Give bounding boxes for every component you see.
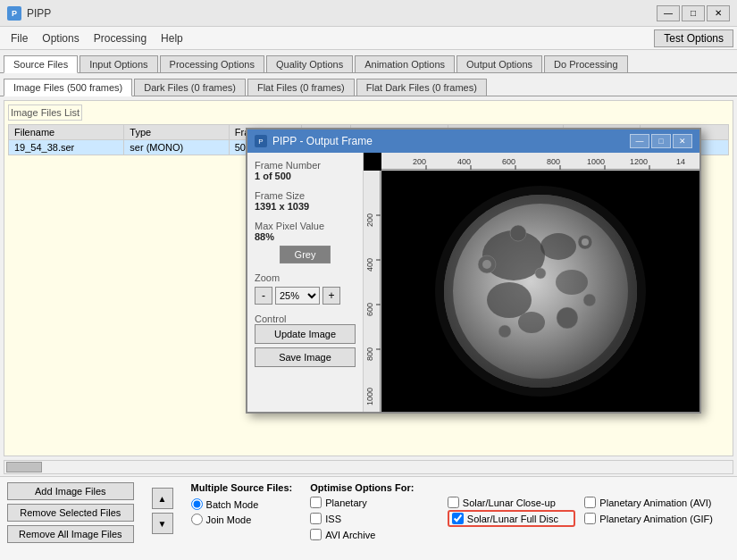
dialog-close[interactable]: ✕ [673, 134, 692, 148]
checkbox-iss-label: ISS [325, 514, 341, 524]
app-title: PIPP [27, 7, 51, 20]
test-options-button[interactable]: Test Options [654, 29, 733, 47]
cell-filename: 19_54_38.ser [9, 140, 124, 155]
title-bar: P PIPP — □ ✕ [0, 0, 737, 27]
tab-input-options[interactable]: Input Options [80, 55, 157, 72]
horizontal-scrollbar[interactable] [4, 460, 733, 474]
bottom-panel: Add Image Files Remove Selected Files Re… [0, 476, 737, 560]
dialog-title-bar: P PIPP - Output Frame — □ ✕ [247, 130, 699, 153]
control-label: Control [255, 313, 356, 324]
tab-do-processing[interactable]: Do Processing [544, 55, 628, 72]
zoom-minus-button[interactable]: - [255, 287, 272, 305]
checkbox-iss[interactable]: ISS [310, 510, 439, 527]
dialog-title: PIPP - Output Frame [272, 135, 373, 147]
checkbox-avi-archive-input[interactable] [310, 529, 322, 540]
save-image-button[interactable]: Save Image [255, 347, 356, 367]
scrollbar-thumb[interactable] [6, 462, 42, 472]
svg-text:400: 400 [457, 157, 471, 166]
svg-point-40 [444, 195, 637, 388]
image-files-list-label: Image Files List [8, 104, 82, 121]
svg-text:600: 600 [502, 157, 515, 166]
checkbox-planetary-gif[interactable]: Planetary Animation (GIF) [584, 510, 713, 527]
menu-processing[interactable]: Processing [87, 30, 154, 46]
zoom-label: Zoom [255, 272, 356, 283]
moon-image [381, 171, 699, 412]
batch-mode-input[interactable] [191, 498, 203, 510]
checkbox-solar-close-label: Solar/Lunar Close-up [463, 497, 556, 508]
dialog-image-area: 200 400 600 800 1000 1200 14 [364, 153, 699, 412]
arrow-buttons: ▲ ▼ [152, 488, 173, 534]
max-pixel-label: Max Pixel Value [255, 221, 356, 231]
checkbox-solar-full-label: Solar/Lunar Full Disc [467, 514, 558, 524]
svg-text:200: 200 [365, 213, 374, 227]
zoom-select[interactable]: 25% 50% 100% [275, 287, 320, 305]
checkbox-avi-archive-label: AVI Archive [325, 530, 375, 540]
minimize-button[interactable]: — [657, 5, 680, 21]
tab-flat-dark-files[interactable]: Flat Dark Files (0 frames) [356, 79, 487, 96]
checkbox-planetary[interactable]: Planetary [310, 497, 439, 508]
join-mode-label: Join Mode [206, 514, 252, 525]
tab-dark-files[interactable]: Dark Files (0 frames) [134, 79, 246, 96]
maximize-button[interactable]: □ [682, 5, 705, 21]
menu-options[interactable]: Options [35, 30, 86, 46]
checkbox-planetary-label: Planetary [325, 497, 366, 508]
checkbox-planetary-avi[interactable]: Planetary Animation (AVI) [584, 497, 713, 508]
checkbox-planetary-avi-label: Planetary Animation (AVI) [599, 497, 711, 508]
add-image-button[interactable]: Add Image Files [7, 482, 134, 500]
svg-text:1000: 1000 [587, 157, 605, 166]
frame-size-label: Frame Size [255, 190, 356, 201]
checkbox-planetary-avi-input[interactable] [584, 497, 596, 508]
checkbox-planetary-gif-label: Planetary Animation (GIF) [599, 514, 713, 524]
dialog-minimize[interactable]: — [630, 134, 649, 148]
tab-output-options[interactable]: Output Options [456, 55, 542, 72]
checkbox-planetary-gif-input[interactable] [584, 513, 596, 524]
dialog-icon: P [255, 135, 267, 147]
col-filename: Filename [9, 125, 124, 140]
tab-bar-1: Source Files Input Options Processing Op… [0, 50, 737, 73]
menu-bar: File Options Processing Help Test Option… [0, 27, 737, 50]
tab-source-files[interactable]: Source Files [4, 55, 78, 73]
svg-text:1000: 1000 [365, 388, 374, 405]
frame-size-value: 1391 x 1039 [255, 201, 356, 212]
close-button[interactable]: ✕ [707, 5, 730, 21]
svg-text:14: 14 [676, 157, 685, 166]
optimise-label: Optimise Options For: [310, 482, 713, 493]
tab-image-files[interactable]: Image Files (500 frames) [4, 79, 132, 96]
tab-quality-options[interactable]: Quality Options [266, 55, 353, 72]
checkbox-planetary-input[interactable] [310, 497, 322, 508]
move-down-button[interactable]: ▼ [152, 513, 173, 534]
multiple-source-label: Multiple Source Files: [191, 482, 293, 493]
checkbox-solar-close-input[interactable] [448, 497, 459, 508]
checkbox-solar-full[interactable]: Solar/Lunar Full Disc [448, 510, 576, 527]
tab-bar-2: Image Files (500 frames) Dark Files (0 f… [0, 73, 737, 96]
batch-mode-radio[interactable]: Batch Mode [191, 498, 293, 510]
max-pixel-value: 88% [255, 231, 356, 242]
tab-animation-options[interactable]: Animation Options [355, 55, 455, 72]
output-frame-dialog: P PIPP - Output Frame — □ ✕ Frame Number… [246, 128, 701, 414]
checkbox-avi-archive[interactable]: AVI Archive [310, 529, 439, 540]
svg-text:800: 800 [365, 347, 374, 361]
dialog-maximize[interactable]: □ [651, 134, 671, 148]
join-mode-radio[interactable]: Join Mode [191, 514, 293, 525]
cell-type: ser (MONO) [124, 140, 229, 155]
svg-text:200: 200 [413, 157, 426, 166]
grey-button[interactable]: Grey [280, 246, 331, 263]
app-icon: P [7, 6, 21, 21]
tab-processing-options[interactable]: Processing Options [160, 55, 264, 72]
file-action-buttons: Add Image Files Remove Selected Files Re… [7, 482, 134, 543]
frame-number-value: 1 of 500 [255, 171, 356, 181]
tab-flat-files[interactable]: Flat Files (0 frames) [247, 79, 355, 96]
ruler-left: 200 400 600 800 1000 [364, 171, 381, 412]
checkbox-solar-close[interactable]: Solar/Lunar Close-up [448, 497, 576, 508]
remove-selected-button[interactable]: Remove Selected Files [7, 504, 134, 522]
optimise-options-section: Optimise Options For: Planetary Solar/Lu… [310, 482, 713, 540]
update-image-button[interactable]: Update Image [255, 324, 356, 344]
remove-all-button[interactable]: Remove All Image Files [7, 525, 134, 543]
checkbox-solar-full-input[interactable] [452, 513, 464, 524]
move-up-button[interactable]: ▲ [152, 488, 173, 509]
zoom-plus-button[interactable]: + [322, 287, 340, 305]
menu-file[interactable]: File [4, 30, 35, 46]
menu-help[interactable]: Help [154, 30, 190, 46]
join-mode-input[interactable] [191, 514, 203, 525]
checkbox-iss-input[interactable] [310, 513, 322, 524]
